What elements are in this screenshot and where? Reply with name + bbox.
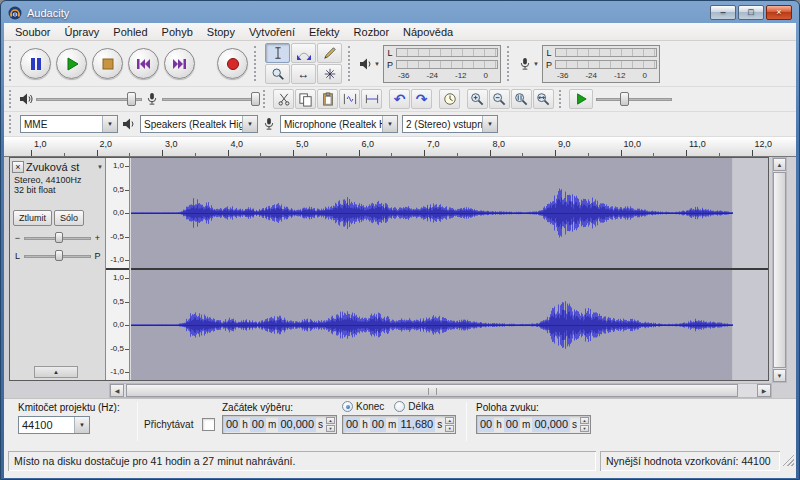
undo-button[interactable]: ↶ [389,89,410,109]
slider-thumb[interactable] [127,92,136,106]
play-button[interactable] [56,48,87,79]
menu-item-stopy[interactable]: Stopy [200,24,242,40]
chevron-down-icon[interactable]: ▼ [382,116,397,132]
timeshift-tool-button[interactable]: ↔ [291,64,316,84]
audio-host-select[interactable]: MME ▼ [20,115,118,133]
slider-thumb[interactable] [251,92,260,106]
draw-tool-button[interactable] [317,43,342,63]
radio-end-dot[interactable] [342,401,353,412]
skip-to-end-button[interactable] [164,48,195,79]
selection-tool-button[interactable] [265,43,290,63]
menu-item-soubor[interactable]: Soubor [8,24,57,40]
paste-button[interactable] [317,89,338,109]
play-at-speed-button[interactable] [569,89,593,109]
mute-button[interactable]: Ztlumit [13,210,52,226]
copy-button[interactable] [295,89,316,109]
slider-thumb[interactable] [620,92,629,106]
spin-up-icon[interactable]: ▲ [326,417,335,424]
maximize-button[interactable]: □ [738,5,764,20]
radio-end[interactable]: Konec [342,401,384,412]
zoom-tool-button[interactable] [265,64,290,84]
meter-dropdown-icon[interactable]: ▼ [533,61,539,67]
toolbar-grip[interactable] [348,46,353,81]
selection-start-field[interactable]: 00h 00m 00,000s ▲▼ [222,415,337,434]
meter-dropdown-icon[interactable]: ▼ [374,61,380,67]
spin-down-icon[interactable]: ▼ [445,425,454,432]
pause-button[interactable] [20,48,51,79]
spin-down-icon[interactable]: ▼ [326,425,335,432]
output-device-select[interactable]: Speakers (Realtek High Definit ▼ [140,115,258,133]
title-bar[interactable]: Audacity – □ × [4,3,796,22]
solo-button[interactable]: Sólo [54,210,84,226]
multi-tool-button[interactable] [317,64,342,84]
chevron-down-icon[interactable]: ▼ [102,116,117,132]
chevron-down-icon[interactable]: ▼ [74,417,89,433]
horizontal-scroll-thumb[interactable] [126,384,738,397]
timeline-ruler[interactable]: 1,02,03,04,05,06,07,08,09,010,011,012,0 [4,137,796,157]
slider-groove[interactable] [596,98,672,101]
project-rate-select[interactable]: 44100 ▼ [18,416,90,434]
toolbar-grip[interactable] [254,46,259,81]
menu-item-rozbor[interactable]: Rozbor [347,24,396,40]
vertical-scrollbar[interactable]: ▲ ▼ [772,157,787,383]
track-close-button[interactable]: × [12,161,24,173]
zoom-in-button[interactable] [467,89,488,109]
scroll-up-button[interactable]: ▲ [773,158,786,171]
zoom-out-button[interactable] [489,89,510,109]
input-channels-select[interactable]: 2 (Stereo) vstupn ▼ [402,115,498,133]
input-device-select[interactable]: Microphone (Realtek High Defi ▼ [280,115,398,133]
radio-length-dot[interactable] [394,401,405,412]
toolbar-grip[interactable] [9,115,14,134]
input-volume-slider[interactable] [162,90,258,108]
sync-lock-button[interactable] [439,89,460,109]
slider-thumb[interactable] [55,250,63,261]
scroll-down-button[interactable]: ▼ [773,369,786,382]
waveform-channel-right[interactable] [131,270,768,380]
menu-item-napoveda[interactable]: Nápověda [396,24,460,40]
close-button[interactable]: × [766,5,792,20]
toolbar-grip[interactable] [9,90,14,109]
radio-length[interactable]: Délka [394,401,434,412]
redo-button[interactable]: ↷ [411,89,432,109]
collapse-track-button[interactable]: ▲ [34,366,78,378]
toolbar-grip[interactable] [507,46,512,81]
spin-down-icon[interactable]: ▼ [580,425,589,432]
toolbar-grip[interactable] [559,90,564,109]
spin-up-icon[interactable]: ▲ [445,417,454,424]
slider-groove[interactable] [36,98,142,101]
resize-grip[interactable] [782,454,794,466]
pan-slider[interactable]: L P [14,248,101,264]
audio-position-field[interactable]: 00h 00m 00,000s ▲▼ [476,415,591,434]
skip-to-start-button[interactable] [128,48,159,79]
fit-selection-button[interactable] [511,89,532,109]
track-menu-icon[interactable]: ▼ [97,164,103,170]
fit-project-button[interactable] [533,89,554,109]
waveform-channel-left[interactable] [131,158,768,268]
scroll-right-button[interactable]: ▶ [757,384,771,397]
output-volume-slider[interactable] [36,90,142,108]
cut-button[interactable] [273,89,294,109]
scroll-left-button[interactable]: ◀ [110,384,124,397]
trim-audio-button[interactable] [339,89,360,109]
chevron-down-icon[interactable]: ▼ [482,116,497,132]
envelope-tool-button[interactable] [291,43,316,63]
record-button[interactable] [217,48,248,79]
vertical-scroll-thumb[interactable] [773,172,786,368]
chevron-down-icon[interactable]: ▼ [242,116,257,132]
track-title[interactable]: Zvuková st [26,161,95,173]
menu-item-pohled[interactable]: Pohled [106,24,154,40]
menu-item-vytvoreni[interactable]: Vytvoření [242,24,302,40]
menu-item-upravy[interactable]: Úpravy [57,24,106,40]
menu-item-efekty[interactable]: Efekty [302,24,347,40]
playback-speed-slider[interactable] [596,90,672,108]
selection-end-field[interactable]: 00h 00m 11,680s ▲▼ [342,415,456,434]
toolbar-grip[interactable] [9,46,14,81]
slider-thumb[interactable] [55,232,63,243]
playback-meter[interactable]: L P -36-24-120 [383,45,501,83]
slider-groove[interactable] [162,98,258,101]
minimize-button[interactable]: – [710,5,736,20]
spin-up-icon[interactable]: ▲ [580,417,589,424]
stop-button[interactable] [92,48,123,79]
silence-audio-button[interactable] [361,89,382,109]
toolbar-grip[interactable] [263,90,268,109]
